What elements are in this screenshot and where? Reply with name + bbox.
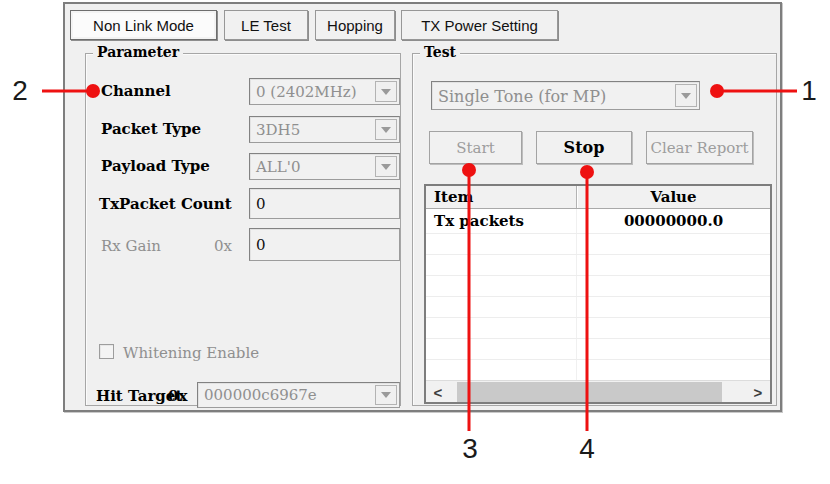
parameter-group: Parameter Channel 0 (2402MHz) Packet Typ…	[85, 53, 401, 406]
channel-value: 0 (2402MHz)	[256, 83, 357, 101]
hit-target-value: 000000c6967e	[204, 386, 317, 404]
scroll-left-icon[interactable]: <	[426, 381, 450, 403]
parameter-group-title: Parameter	[93, 44, 183, 60]
channel-select[interactable]: 0 (2402MHz)	[249, 78, 400, 105]
tab-le-test[interactable]: LE Test	[224, 10, 308, 40]
report-table: Item Value Tx packets 00000000.0 < >	[424, 184, 772, 404]
test-tool-dialog: Non Link Mode LE Test Hopping TX Power S…	[63, 2, 782, 412]
column-header-value[interactable]: Value	[577, 186, 770, 208]
callout-3-number: 3	[462, 433, 478, 465]
chevron-down-icon	[681, 93, 691, 99]
payload-type-select[interactable]: ALL'0	[249, 153, 400, 180]
table-row-empty	[426, 234, 770, 255]
txpacket-count-label: TxPacket Count	[99, 195, 232, 213]
scrollbar-thumb[interactable]	[457, 382, 722, 402]
stop-button[interactable]: Stop	[536, 131, 632, 164]
txpacket-count-input[interactable]	[249, 188, 400, 219]
stop-button-label: Stop	[564, 138, 605, 157]
tab-label: Hopping	[327, 17, 383, 34]
screenshot-root: { "tabs": [ { "label": "Non Link Mode", …	[0, 0, 830, 484]
rx-gain-hex-prefix: 0x	[214, 237, 232, 255]
table-row[interactable]: Tx packets 00000000.0	[426, 209, 770, 234]
tab-non-link-mode[interactable]: Non Link Mode	[70, 10, 217, 40]
test-group-title: Test	[420, 44, 460, 60]
channel-dropdown-button[interactable]	[375, 81, 397, 102]
packet-type-select[interactable]: 3DH5	[249, 116, 400, 143]
whitening-enable-label: Whitening Enable	[123, 344, 259, 362]
hit-target-select[interactable]: 000000c6967e	[197, 382, 400, 408]
packet-type-label: Packet Type	[101, 120, 201, 138]
chevron-down-icon	[381, 127, 391, 133]
table-row-empty	[426, 339, 770, 360]
test-mode-value: Single Tone (for MP)	[438, 86, 606, 105]
payload-type-label: Payload Type	[101, 157, 210, 175]
start-button[interactable]: Start	[429, 131, 522, 164]
test-mode-select[interactable]: Single Tone (for MP)	[431, 81, 700, 110]
table-row-empty	[426, 360, 770, 381]
hit-target-hex-prefix: 0x	[168, 387, 187, 405]
tab-label: LE Test	[241, 17, 291, 34]
test-group: Test Single Tone (for MP) Start Stop Cle…	[412, 53, 777, 406]
payload-type-value: ALL'0	[256, 158, 300, 176]
tab-hopping[interactable]: Hopping	[315, 10, 395, 40]
chevron-down-icon	[381, 164, 391, 170]
horizontal-scrollbar[interactable]: < >	[426, 380, 770, 402]
packet-type-value: 3DH5	[256, 121, 300, 139]
callout-2-number: 2	[12, 75, 28, 107]
tab-label: TX Power Setting	[421, 17, 538, 34]
packet-type-dropdown-button[interactable]	[375, 119, 397, 140]
test-mode-dropdown-button[interactable]	[675, 84, 697, 107]
tab-label: Non Link Mode	[93, 17, 194, 34]
table-row-empty	[426, 297, 770, 318]
table-row-empty	[426, 276, 770, 297]
scroll-right-icon[interactable]: >	[746, 381, 770, 403]
chevron-down-icon	[381, 392, 391, 398]
callout-4-number: 4	[579, 433, 595, 465]
channel-label: Channel	[101, 82, 171, 100]
table-row-empty	[426, 255, 770, 276]
tab-tx-power-setting[interactable]: TX Power Setting	[401, 10, 558, 40]
clear-report-button-label: Clear Report	[650, 139, 748, 157]
report-table-header: Item Value	[426, 186, 770, 209]
hit-target-dropdown-button[interactable]	[375, 385, 397, 405]
table-cell-item: Tx packets	[426, 209, 577, 233]
table-row-empty	[426, 318, 770, 339]
column-header-item[interactable]: Item	[426, 186, 577, 208]
start-button-label: Start	[456, 139, 494, 157]
callout-1-number: 1	[801, 75, 817, 107]
payload-type-dropdown-button[interactable]	[375, 156, 397, 177]
clear-report-button[interactable]: Clear Report	[646, 131, 753, 164]
chevron-down-icon	[381, 89, 391, 95]
rx-gain-input[interactable]	[249, 228, 400, 261]
whitening-enable-checkbox[interactable]	[99, 344, 114, 359]
rx-gain-label: Rx Gain	[101, 237, 161, 255]
table-cell-value: 00000000.0	[577, 209, 770, 233]
